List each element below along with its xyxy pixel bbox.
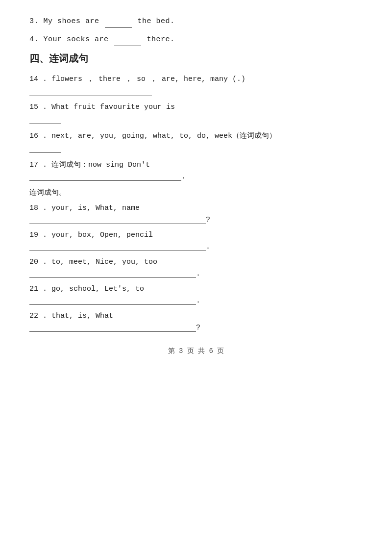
exercise-18-prompt: 18 . your, is, What, name bbox=[29, 204, 363, 212]
page-footer-text: 第 3 页 共 6 页 bbox=[168, 347, 224, 355]
exercise-20-prompt: 20 . to, meet, Nice, you, too bbox=[29, 258, 363, 266]
exercise-16-prompt: 16 . next, are, you, going, what, to, do… bbox=[29, 131, 363, 140]
item-3: 3. My shoes are the bed. bbox=[29, 15, 363, 28]
page-footer: 第 3 页 共 6 页 bbox=[29, 347, 363, 355]
lian-ci-cheng-ju-label: 连词成句。 bbox=[29, 188, 363, 197]
exercise-19-answer: . bbox=[29, 242, 363, 251]
exercise-15-answer bbox=[29, 115, 363, 124]
exercise-21-line bbox=[29, 296, 196, 305]
exercise-17-prompt: 17 . 连词成句：now sing Don't bbox=[29, 160, 363, 169]
exercise-22-answer: ? bbox=[29, 323, 363, 332]
exercise-14-line bbox=[29, 87, 152, 96]
exercise-15: 15 . What fruit favourite your is bbox=[29, 103, 363, 124]
exercise-20-line bbox=[29, 269, 196, 278]
exercise-22-line bbox=[29, 323, 196, 332]
exercise-21-answer: . bbox=[29, 296, 363, 305]
item-3-text: 3. My shoes are the bed. bbox=[29, 17, 175, 25]
exercise-19-line bbox=[29, 242, 206, 251]
exercise-19: 19 . your, box, Open, pencil . bbox=[29, 231, 363, 251]
item-4: 4. Your socks are there. bbox=[29, 33, 363, 46]
exercise-22: 22 . that, is, What ? bbox=[29, 312, 363, 332]
exercise-14-prompt: 14 . flowers ， there ， so ， are, here, m… bbox=[29, 74, 363, 83]
exercise-14: 14 . flowers ， there ， so ， are, here, m… bbox=[29, 74, 363, 96]
exercise-18-answer: ? bbox=[29, 215, 363, 224]
exercise-17-line bbox=[29, 172, 181, 181]
exercise-16: 16 . next, are, you, going, what, to, do… bbox=[29, 131, 363, 153]
top-fill-items: 3. My shoes are the bed. 4. Your socks a… bbox=[29, 15, 363, 46]
section-header: 四、连词成句 bbox=[29, 52, 363, 65]
exercise-18-line bbox=[29, 215, 206, 224]
exercise-19-prompt: 19 . your, box, Open, pencil bbox=[29, 231, 363, 239]
exercise-20: 20 . to, meet, Nice, you, too . bbox=[29, 258, 363, 278]
exercise-17: 17 . 连词成句：now sing Don't . bbox=[29, 160, 363, 181]
exercise-15-line bbox=[29, 115, 61, 124]
exercise-18: 18 . your, is, What, name ? bbox=[29, 204, 363, 224]
exercise-14-answer bbox=[29, 87, 363, 96]
item-4-blank bbox=[114, 38, 141, 46]
exercise-15-prompt: 15 . What fruit favourite your is bbox=[29, 103, 363, 111]
exercise-21: 21 . go, school, Let's, to . bbox=[29, 285, 363, 305]
exercise-20-answer: . bbox=[29, 269, 363, 278]
exercise-17-answer: . bbox=[29, 172, 363, 181]
exercise-21-prompt: 21 . go, school, Let's, to bbox=[29, 285, 363, 293]
exercise-22-prompt: 22 . that, is, What bbox=[29, 312, 363, 320]
item-3-blank bbox=[105, 20, 132, 28]
item-4-text: 4. Your socks are there. bbox=[29, 35, 175, 44]
exercise-16-line bbox=[29, 144, 61, 153]
exercise-16-answer bbox=[29, 144, 363, 153]
